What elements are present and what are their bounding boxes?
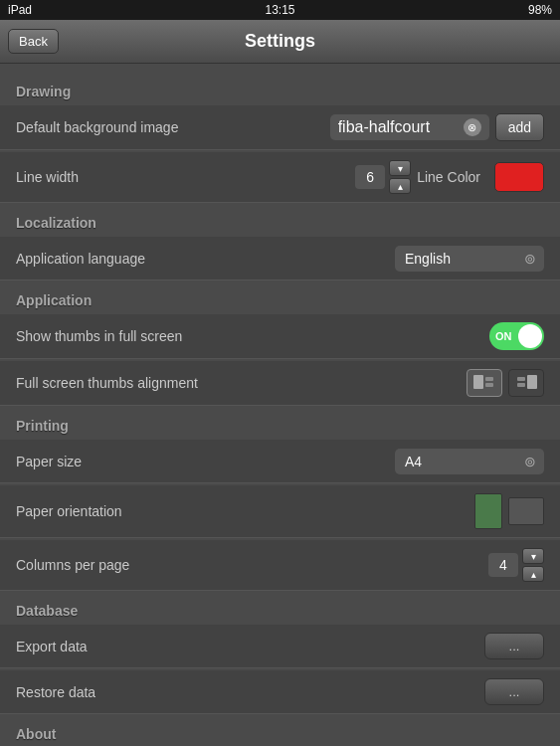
- columns-down-button[interactable]: ▾: [522, 548, 544, 564]
- app-language-label: Application language: [16, 251, 195, 267]
- export-data-label: Export data: [16, 639, 195, 654]
- line-width-row: Line width 6 ▾ ▴ Line Color: [0, 152, 560, 203]
- restore-data-button[interactable]: ...: [484, 678, 544, 705]
- language-dropdown-wrap: English: [395, 246, 544, 272]
- thumbs-alignment-row: Full screen thumbs alignment: [0, 361, 560, 406]
- nav-bar: Back Settings: [0, 20, 560, 64]
- columns-controls: 4 ▾ ▴: [488, 548, 544, 582]
- thumbs-alignment-label: Full screen thumbs alignment: [16, 375, 198, 391]
- paper-size-dropdown[interactable]: A4: [395, 449, 544, 474]
- show-thumbs-toggle[interactable]: ON: [489, 322, 544, 350]
- columns-stepper-buttons: ▾ ▴: [522, 548, 544, 582]
- background-image-field: fiba-halfcourt ⊗: [330, 114, 489, 140]
- export-data-button[interactable]: ...: [484, 633, 544, 659]
- stepper-buttons: ▾ ▴: [389, 160, 411, 194]
- show-thumbs-label: Show thumbs in full screen: [16, 328, 195, 344]
- svg-rect-2: [485, 383, 493, 387]
- export-data-row: Export data ...: [0, 625, 560, 668]
- add-background-button[interactable]: add: [495, 113, 544, 141]
- status-bar: iPad 13:15 98%: [0, 0, 560, 20]
- landscape-icon[interactable]: [508, 497, 544, 525]
- restore-data-label: Restore data: [16, 684, 195, 700]
- portrait-icon[interactable]: [474, 493, 502, 529]
- app-language-row: Application language English: [0, 237, 560, 280]
- paper-orientation-controls: [474, 493, 544, 529]
- svg-rect-5: [517, 383, 525, 387]
- columns-value: 4: [488, 553, 518, 577]
- columns-per-page-label: Columns per page: [16, 557, 195, 573]
- back-button[interactable]: Back: [8, 29, 59, 54]
- database-section-header: Database: [0, 593, 560, 623]
- paper-size-row: Paper size A4: [0, 440, 560, 483]
- line-width-stepper: 6 ▾ ▴: [355, 160, 411, 194]
- show-thumbs-controls: ON: [489, 322, 544, 350]
- stepper-down-button[interactable]: ▾: [389, 160, 411, 176]
- svg-rect-0: [473, 375, 483, 389]
- printing-section-header: Printing: [0, 408, 560, 438]
- columns-per-page-row: Columns per page 4 ▾ ▴: [0, 540, 560, 591]
- app-language-controls: English: [395, 246, 544, 272]
- show-thumbs-row: Show thumbs in full screen ON: [0, 314, 560, 359]
- columns-stepper: 4 ▾ ▴: [488, 548, 544, 582]
- paper-orientation-label: Paper orientation: [16, 503, 195, 519]
- stepper-up-button[interactable]: ▴: [389, 178, 411, 194]
- paper-size-dropdown-wrap: A4: [395, 449, 544, 474]
- svg-rect-3: [527, 375, 537, 389]
- drawing-section-header: Drawing: [0, 74, 560, 103]
- nav-title: Settings: [245, 31, 315, 52]
- settings-content: Drawing Default background image fiba-ha…: [0, 64, 560, 746]
- align-left-icon[interactable]: [467, 369, 502, 397]
- toggle-label: ON: [495, 330, 512, 342]
- toggle-thumb: [518, 324, 542, 348]
- paper-size-label: Paper size: [16, 454, 195, 469]
- background-image-row: Default background image fiba-halfcourt …: [0, 105, 560, 150]
- paper-size-controls: A4: [395, 449, 544, 474]
- line-width-label: Line width: [16, 169, 195, 185]
- columns-up-button[interactable]: ▴: [522, 566, 544, 582]
- about-section-header: About: [0, 716, 560, 746]
- background-image-label: Default background image: [16, 119, 195, 135]
- device-label: iPad: [8, 3, 32, 17]
- language-dropdown[interactable]: English: [395, 246, 544, 272]
- restore-data-row: Restore data ...: [0, 670, 560, 714]
- localization-section-header: Localization: [0, 205, 560, 235]
- svg-rect-4: [517, 377, 525, 381]
- battery-label: 98%: [528, 3, 552, 17]
- svg-rect-1: [485, 377, 493, 381]
- thumbs-alignment-controls: [467, 369, 544, 397]
- paper-orientation-row: Paper orientation: [0, 485, 560, 538]
- export-data-controls: ...: [484, 633, 544, 659]
- clear-background-button[interactable]: ⊗: [464, 118, 481, 136]
- line-width-value: 6: [355, 165, 385, 189]
- time-label: 13:15: [265, 3, 294, 17]
- background-image-controls: fiba-halfcourt ⊗ add: [330, 113, 544, 141]
- line-width-controls: 6 ▾ ▴ Line Color: [355, 160, 544, 194]
- line-color-label: Line Color: [417, 169, 480, 185]
- application-section-header: Application: [0, 282, 560, 312]
- background-image-value: fiba-halfcourt: [338, 118, 431, 136]
- restore-data-controls: ...: [484, 678, 544, 705]
- align-right-icon[interactable]: [508, 369, 544, 397]
- line-color-swatch[interactable]: [494, 162, 544, 192]
